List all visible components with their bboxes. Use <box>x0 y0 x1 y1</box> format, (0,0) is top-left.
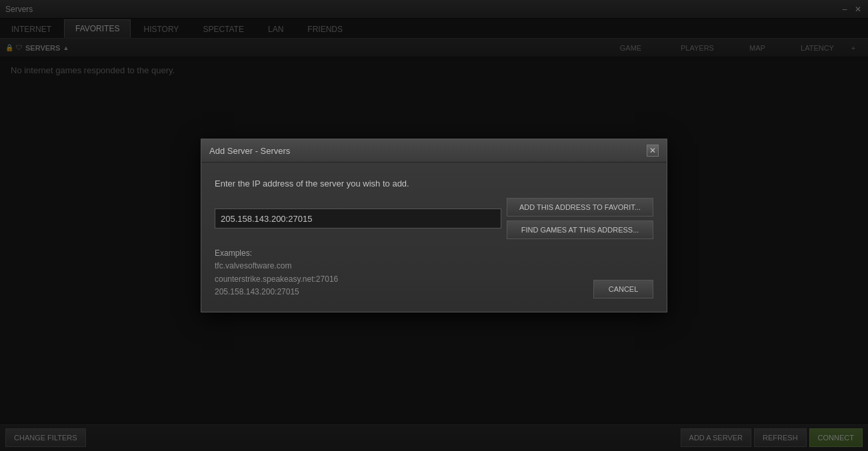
modal-action-buttons: ADD THIS ADDRESS TO FAVORIT... FIND GAME… <box>507 198 653 239</box>
modal-close-button[interactable]: ✕ <box>647 145 659 157</box>
modal-title-bar: Add Server - Servers ✕ <box>201 139 667 163</box>
add-server-modal: Add Server - Servers ✕ Enter the IP addr… <box>201 139 667 312</box>
modal-overlay: Add Server - Servers ✕ Enter the IP addr… <box>0 0 868 451</box>
examples-section: Examples: tfc.valvesoftware.com counters… <box>215 247 338 298</box>
find-games-button[interactable]: FIND GAMES AT THIS ADDRESS... <box>507 221 653 239</box>
cancel-section: CANCEL <box>593 280 653 298</box>
examples-and-cancel-row: Examples: tfc.valvesoftware.com counters… <box>215 247 653 298</box>
modal-instruction: Enter the IP address of the server you w… <box>215 179 653 189</box>
add-to-favorites-button[interactable]: ADD THIS ADDRESS TO FAVORIT... <box>507 198 653 217</box>
example-3: 205.158.143.200:27015 <box>215 287 299 296</box>
cancel-button[interactable]: CANCEL <box>593 280 653 298</box>
modal-body: Enter the IP address of the server you w… <box>201 163 667 312</box>
example-2: counterstrike.speakeasy.net:27016 <box>215 274 338 284</box>
modal-input-row: ADD THIS ADDRESS TO FAVORIT... FIND GAME… <box>215 198 653 239</box>
modal-title: Add Server - Servers <box>209 146 290 156</box>
ip-address-input[interactable] <box>215 209 501 228</box>
example-1: tfc.valvesoftware.com <box>215 261 291 270</box>
examples-label: Examples: <box>215 248 252 258</box>
